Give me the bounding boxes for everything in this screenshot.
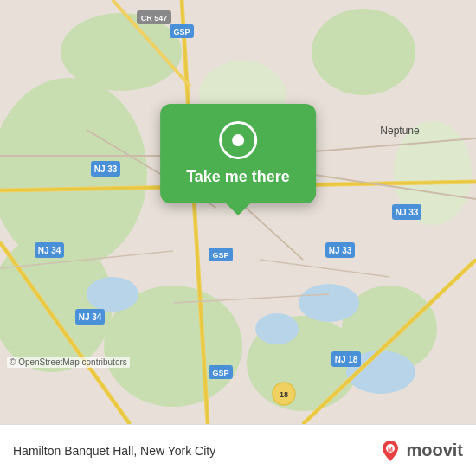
- moovit-logo: M moovit: [378, 439, 463, 463]
- location-pin-icon: [219, 121, 257, 159]
- svg-point-11: [299, 284, 359, 322]
- svg-text:Neptune: Neptune: [380, 125, 420, 137]
- moovit-logo-icon: M: [378, 439, 402, 463]
- svg-point-8: [61, 13, 182, 91]
- copyright-text: © OpenStreetMap contributors: [7, 357, 130, 368]
- map-container: NJ 33 NJ 33 NJ 33 NJ 34 NJ 34 NJ 18 18 G…: [0, 0, 476, 424]
- svg-point-13: [255, 313, 299, 344]
- popup-card[interactable]: Take me there: [160, 104, 316, 203]
- svg-point-7: [312, 9, 415, 95]
- svg-text:NJ 34: NJ 34: [79, 312, 102, 322]
- svg-point-10: [87, 277, 138, 312]
- svg-text:NJ 33: NJ 33: [329, 246, 352, 255]
- place-name: Hamilton Banquet Hall, New York City: [13, 444, 215, 458]
- svg-text:GSP: GSP: [212, 369, 228, 377]
- svg-text:NJ 18: NJ 18: [335, 355, 358, 364]
- svg-text:M: M: [389, 446, 394, 452]
- svg-text:NJ 34: NJ 34: [38, 246, 61, 255]
- svg-text:CR 547: CR 547: [141, 14, 168, 23]
- take-me-there-button[interactable]: Take me there: [186, 168, 290, 186]
- svg-text:GSP: GSP: [212, 251, 228, 260]
- svg-text:NJ 33: NJ 33: [396, 208, 419, 217]
- bottom-bar: Hamilton Banquet Hall, New York City M m…: [0, 424, 476, 476]
- svg-text:GSP: GSP: [173, 28, 190, 36]
- svg-text:NJ 33: NJ 33: [94, 164, 118, 174]
- moovit-brand-text: moovit: [406, 441, 463, 460]
- svg-text:18: 18: [280, 390, 288, 399]
